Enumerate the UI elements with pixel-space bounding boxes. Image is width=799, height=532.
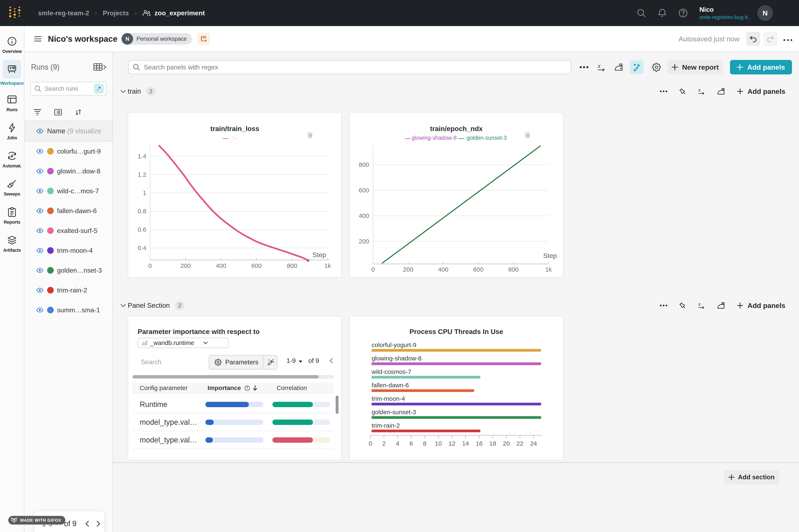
svg-text:—: —	[458, 135, 464, 141]
svg-text:1.2: 1.2	[138, 171, 146, 178]
svg-text:golden-sunset-3: golden-sunset-3	[467, 135, 507, 141]
svg-text:wild-cosmos-7: wild-cosmos-7	[372, 368, 411, 375]
svg-text:4: 4	[396, 440, 399, 447]
svg-text:: -: : -	[232, 135, 237, 141]
svg-text:400: 400	[438, 266, 449, 273]
svg-text:colorful-yogurt-9: colorful-yogurt-9	[372, 341, 416, 348]
svg-text:800: 800	[508, 266, 518, 273]
svg-text:x: x	[698, 302, 701, 307]
svg-text:0.6: 0.6	[138, 226, 146, 233]
svg-text:0: 0	[372, 266, 375, 273]
svg-text:0.8: 0.8	[138, 208, 146, 214]
svg-text:fallen-dawn-6: fallen-dawn-6	[372, 382, 409, 388]
svg-text:glowing-shadow-8: glowing-shadow-8	[372, 355, 422, 362]
svg-text:trim-moon-4: trim-moon-4	[372, 395, 405, 402]
svg-text:6: 6	[410, 440, 413, 447]
svg-text:trim-rain-2: trim-rain-2	[372, 422, 400, 429]
svg-text:8: 8	[423, 440, 426, 447]
svg-text:2: 2	[382, 440, 386, 447]
svg-text:22: 22	[516, 440, 523, 447]
svg-text:1k: 1k	[545, 266, 552, 273]
svg-text:Step: Step	[312, 251, 326, 259]
svg-text:16: 16	[476, 440, 482, 447]
svg-text:800: 800	[359, 161, 369, 168]
svg-text:800: 800	[287, 262, 297, 269]
svg-text:1k: 1k	[324, 262, 331, 269]
svg-text:14: 14	[462, 440, 469, 447]
svg-text:20: 20	[503, 440, 510, 447]
svg-text:400: 400	[359, 212, 369, 219]
svg-text:200: 200	[180, 262, 191, 269]
svg-text:0: 0	[369, 440, 372, 447]
svg-text:Step: Step	[543, 252, 557, 260]
svg-text:golden-sunset-3: golden-sunset-3	[372, 408, 416, 415]
svg-text:400: 400	[216, 262, 226, 269]
svg-text:600: 600	[251, 262, 262, 269]
svg-text:10: 10	[435, 440, 442, 447]
svg-text:0: 0	[148, 262, 152, 269]
svg-text:1: 1	[143, 190, 146, 196]
svg-text:—: —	[223, 135, 229, 141]
svg-text:1.4: 1.4	[138, 153, 146, 159]
svg-text:600: 600	[359, 187, 369, 194]
svg-text:600: 600	[473, 266, 483, 273]
svg-text:—: —	[405, 135, 411, 141]
svg-text:200: 200	[359, 238, 369, 245]
svg-text:0.4: 0.4	[138, 245, 146, 251]
svg-text:18: 18	[489, 440, 496, 447]
svg-text:x: x	[597, 63, 601, 69]
svg-text:x: x	[698, 88, 701, 93]
svg-text:glowing-shadow-8: glowing-shadow-8	[412, 135, 457, 141]
svg-text:12: 12	[449, 440, 455, 447]
svg-text:24: 24	[530, 440, 537, 447]
svg-text:200: 200	[403, 266, 413, 273]
